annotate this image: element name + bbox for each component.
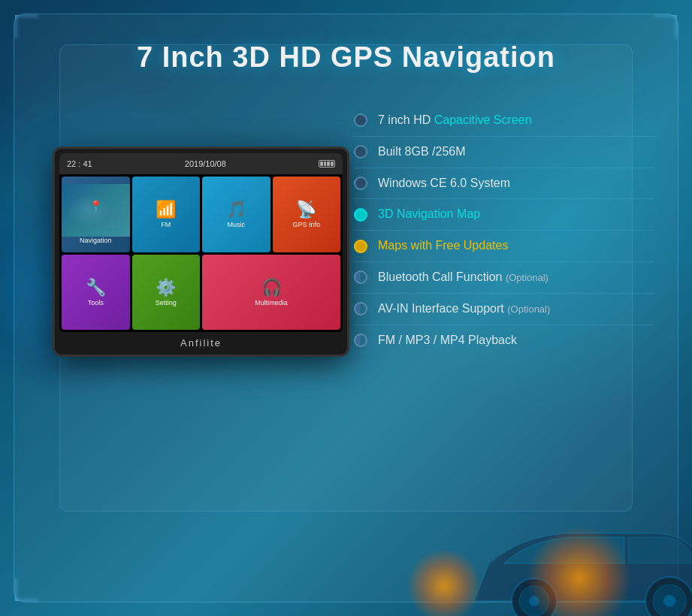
feature-item-3: Windows CE 6.0 System: [354, 168, 654, 200]
app-cell-gps-info[interactable]: 📡 GPS Info: [273, 177, 341, 252]
app-cell-tools[interactable]: 🔧 Tools: [62, 255, 130, 331]
feature-item-1: 7 inch HD Capacitive Screen: [354, 105, 654, 137]
feature-text-2: Built 8GB /256M: [378, 144, 466, 160]
feature-text-prefix-7: AV-IN Interface Support: [378, 302, 507, 315]
feature-text-highlight-1: Capacitive Screen: [434, 113, 532, 126]
feature-text-highlight-5: Maps with Free Updates: [378, 239, 508, 252]
page-title: 7 Inch 3D HD GPS Navigation: [0, 41, 692, 74]
battery-segment-2: [324, 162, 327, 166]
feature-text-6: Bluetooth Call Function (Optional): [378, 270, 548, 285]
app-cell-navigation[interactable]: 📍 Navigation: [62, 177, 130, 252]
app-label-tools: Tools: [88, 299, 104, 306]
app-label-gps: GPS Info: [292, 221, 320, 228]
feature-text-1: 7 inch HD Capacitive Screen: [378, 113, 532, 128]
gps-icon: 📡: [296, 200, 316, 219]
setting-icon: ⚙️: [156, 278, 176, 297]
car-area: [0, 466, 692, 616]
app-cell-setting[interactable]: ⚙️ Setting: [132, 255, 201, 331]
feature-item-8: FM / MP3 / MP4 Playback: [354, 325, 654, 356]
feature-text-highlight-4: 3D Navigation Map: [378, 207, 480, 220]
nav-map: 📍: [62, 184, 130, 237]
device-time: 22 : 41: [67, 159, 92, 168]
car-silhouette: [339, 481, 692, 616]
device-date: 2019/10/08: [185, 159, 226, 168]
feature-bullet-3: [354, 177, 367, 190]
feature-text-prefix-3: Windows CE 6.0 System: [378, 177, 510, 189]
feature-item-6: Bluetooth Call Function (Optional): [354, 262, 654, 294]
feature-text-prefix-1: 7 inch HD: [378, 113, 434, 126]
music-icon: 🎵: [226, 200, 246, 219]
feature-text-8: FM / MP3 / MP4 Playback: [378, 333, 517, 349]
app-label-multimedia: Multimedia: [255, 299, 288, 306]
feature-text-3: Windows CE 6.0 System: [378, 176, 510, 192]
battery-icon: [319, 160, 335, 168]
feature-bullet-5: [354, 240, 367, 253]
feature-text-optional-7: (Optional): [507, 303, 550, 315]
feature-item-2: Built 8GB /256M: [354, 137, 654, 168]
battery-segment-3: [327, 162, 330, 166]
app-cell-multimedia[interactable]: 🎧 Multimedia: [202, 255, 340, 331]
feature-bullet-4: [354, 208, 367, 222]
tools-icon: 🔧: [86, 278, 106, 297]
battery-segment-4: [331, 162, 334, 166]
app-label-setting: Setting: [156, 299, 177, 306]
app-cell-fm[interactable]: 📶 FM: [132, 177, 201, 252]
feature-bullet-7: [354, 302, 367, 316]
app-label-fm: FM: [161, 221, 171, 228]
feature-item-7: AV-IN Interface Support (Optional): [354, 294, 654, 325]
feature-text-prefix-6: Bluetooth Call Function: [378, 270, 506, 283]
status-bar: 22 : 41 2019/10/08: [59, 153, 343, 174]
feature-bullet-6: [354, 270, 367, 284]
battery-segment-1: [320, 162, 323, 166]
app-cell-music[interactable]: 🎵 Music: [202, 177, 270, 252]
feature-text-5: Maps with Free Updates: [378, 238, 508, 254]
device-area: 22 : 41 2019/10/08 📍: [30, 116, 353, 409]
feature-text-4: 3D Navigation Map: [378, 207, 480, 222]
app-grid: 📍 Navigation 📶 FM 🎵 Music 📡 GPS: [59, 174, 343, 332]
feature-bullet-1: [354, 113, 367, 127]
feature-item-5: Maps with Free Updates: [354, 231, 654, 262]
battery-body: [319, 160, 335, 168]
feature-item-4: 3D Navigation Map: [354, 199, 654, 231]
app-label-navigation: Navigation: [80, 237, 112, 244]
gps-device: 22 : 41 2019/10/08 📍: [53, 146, 349, 357]
feature-bullet-8: [354, 334, 367, 347]
device-brand: Anfilite: [55, 337, 347, 349]
svg-point-3: [663, 595, 675, 607]
multimedia-icon: 🎧: [261, 278, 282, 297]
feature-text-prefix-2: Built 8GB /256M: [378, 145, 466, 158]
features-list: 7 inch HD Capacitive Screen Built 8GB /2…: [354, 105, 654, 355]
feature-bullet-2: [354, 145, 367, 159]
device-screen: 22 : 41 2019/10/08 📍: [59, 153, 343, 332]
fm-icon: 📶: [156, 200, 176, 219]
map-pin: 📍: [89, 200, 102, 212]
feature-text-prefix-8: FM / MP3 / MP4 Playback: [378, 334, 517, 346]
wheel-glow-rear: [406, 548, 482, 616]
app-label-music: Music: [227, 221, 245, 228]
feature-text-7: AV-IN Interface Support (Optional): [378, 301, 550, 317]
feature-text-optional-6: (Optional): [506, 272, 548, 283]
